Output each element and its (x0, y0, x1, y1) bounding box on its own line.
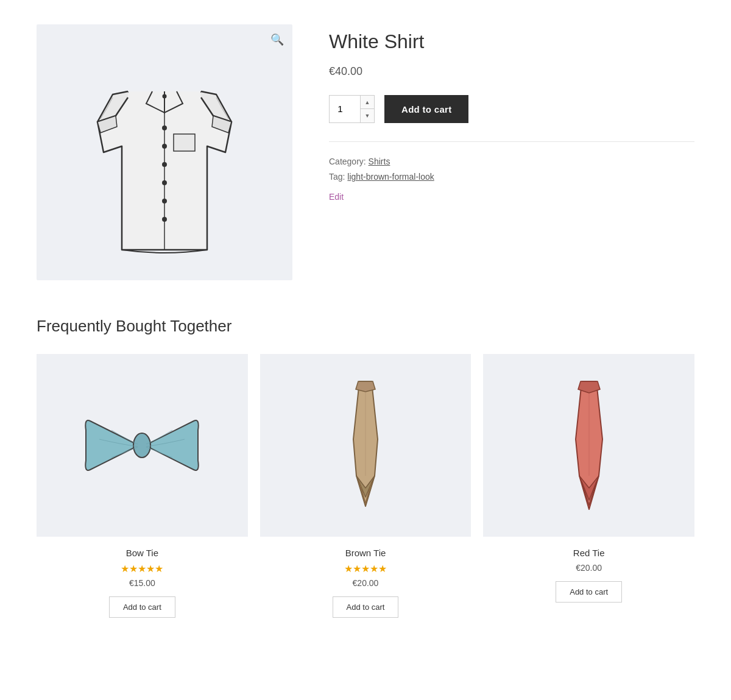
fbt-red-tie-name: Red Tie (483, 548, 694, 558)
product-price: €40.00 (329, 65, 694, 78)
product-image-container: 🔍 (37, 24, 292, 280)
fbt-bow-tie-name: Bow Tie (37, 548, 248, 558)
zoom-icon[interactable]: 🔍 (270, 33, 284, 46)
product-details: White Shirt €40.00 ▲ ▼ Add to cart Categ… (329, 24, 694, 280)
quantity-up-arrow[interactable]: ▲ (361, 96, 374, 109)
fbt-card-bow-tie: Bow Tie ★★★★★ €15.00 Add to cart (37, 354, 248, 620)
fbt-image-red-tie (483, 354, 694, 537)
svg-point-4 (162, 180, 167, 185)
svg-point-8 (163, 94, 167, 99)
brown-tie-illustration (341, 378, 390, 512)
fbt-bow-tie-price: €15.00 (37, 578, 248, 588)
fbt-bow-tie-stars: ★★★★★ (37, 563, 248, 574)
category-label: Category: (329, 157, 366, 166)
fbt-brown-tie-add-button[interactable]: Add to cart (333, 596, 399, 618)
fbt-title: Frequently Bought Together (37, 317, 694, 336)
fbt-brown-tie-name: Brown Tie (260, 548, 471, 558)
fbt-red-tie-price: €20.00 (483, 563, 694, 573)
product-tag: Tag: light-brown-formal-look (329, 169, 694, 185)
fbt-image-bow-tie (37, 354, 248, 537)
fbt-red-tie-add-button[interactable]: Add to cart (556, 581, 622, 603)
tag-label: Tag: (329, 172, 345, 182)
quantity-arrows: ▲ ▼ (360, 96, 374, 122)
svg-point-3 (162, 162, 167, 167)
fbt-image-brown-tie (260, 354, 471, 537)
quantity-wrapper: ▲ ▼ (329, 95, 375, 123)
category-link[interactable]: Shirts (369, 157, 390, 166)
fbt-bow-tie-add-button[interactable]: Add to cart (109, 596, 175, 618)
fbt-brown-tie-stars: ★★★★★ (260, 563, 471, 574)
svg-point-2 (162, 144, 167, 149)
product-title: White Shirt (329, 30, 694, 53)
fbt-section: Frequently Bought Together (37, 317, 694, 620)
add-to-cart-button[interactable]: Add to cart (384, 95, 468, 123)
quantity-down-arrow[interactable]: ▼ (361, 109, 374, 122)
product-category: Category: Shirts (329, 154, 694, 169)
svg-point-9 (133, 433, 150, 458)
svg-point-5 (162, 199, 167, 203)
bow-tie-illustration (81, 409, 203, 482)
product-image (79, 43, 250, 262)
tag-link[interactable]: light-brown-formal-look (347, 172, 434, 182)
product-meta: Category: Shirts Tag: light-brown-formal… (329, 154, 694, 185)
product-divider (329, 141, 694, 142)
fbt-brown-tie-price: €20.00 (260, 578, 471, 588)
fbt-grid: Bow Tie ★★★★★ €15.00 Add to cart (37, 354, 694, 620)
product-section: 🔍 (37, 24, 694, 280)
svg-point-1 (162, 126, 167, 130)
add-to-cart-row: ▲ ▼ Add to cart (329, 95, 694, 123)
fbt-card-brown-tie: Brown Tie ★★★★★ €20.00 Add to cart (260, 354, 471, 620)
fbt-card-red-tie: Red Tie €20.00 Add to cart (483, 354, 694, 620)
quantity-input[interactable] (330, 96, 360, 122)
red-tie-illustration (565, 378, 613, 512)
svg-rect-7 (174, 134, 195, 151)
svg-point-6 (162, 217, 167, 222)
edit-link[interactable]: Edit (329, 192, 344, 202)
